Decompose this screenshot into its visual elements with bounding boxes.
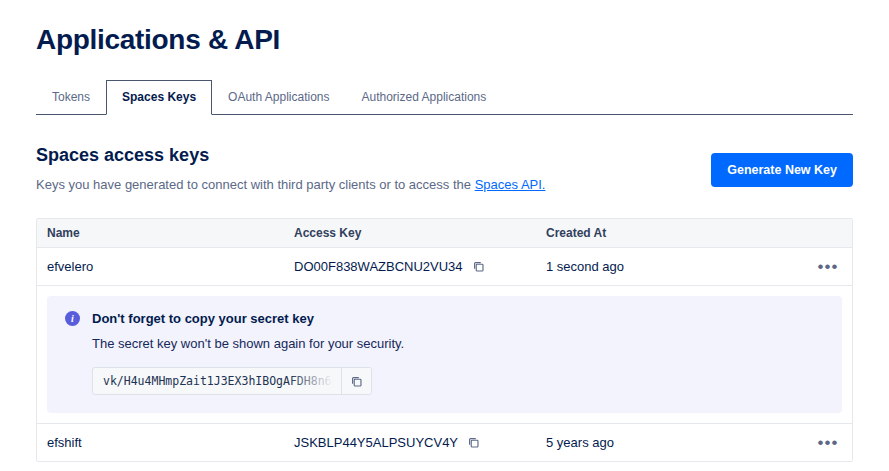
generate-new-key-button[interactable]: Generate New Key — [711, 153, 853, 187]
table-header-actions — [804, 226, 852, 240]
section-description: Keys you have generated to connect with … — [36, 177, 545, 192]
callout-header: i Don't forget to copy your secret key — [65, 311, 824, 326]
copy-access-key-icon[interactable] — [467, 436, 480, 449]
copy-access-key-icon[interactable] — [472, 260, 485, 273]
key-name: efshift — [37, 435, 284, 450]
section-header: Spaces access keys Keys you have generat… — [36, 145, 853, 192]
section-description-text: Keys you have generated to connect with … — [36, 177, 475, 192]
table-header-name: Name — [37, 226, 284, 240]
page-title: Applications & API — [36, 24, 853, 56]
tab-authorized-applications[interactable]: Authorized Applications — [346, 80, 503, 115]
info-icon: i — [65, 311, 80, 326]
table-header-access-key: Access Key — [284, 226, 536, 240]
secret-key-callout-row: i Don't forget to copy your secret key T… — [37, 286, 852, 424]
table-header-created-at: Created At — [536, 226, 804, 240]
table-row: efvelero DO00F838WAZBCNU2VU34 1 second a… — [37, 248, 852, 286]
access-key-cell: JSKBLP44Y5ALPSUYCV4Y — [284, 435, 536, 450]
access-key-value: JSKBLP44Y5ALPSUYCV4Y — [294, 435, 458, 450]
row-more-menu-icon[interactable]: ••• — [804, 438, 852, 448]
table-row: efshift JSKBLP44Y5ALPSUYCV4Y 5 years ago… — [37, 424, 852, 461]
section-header-text: Spaces access keys Keys you have generat… — [36, 145, 545, 192]
secret-key-value: vk/H4u4MHmpZait1J3EX3hIBOgAFDH8n6gTv3H — [93, 368, 341, 394]
tab-oauth-applications[interactable]: OAuth Applications — [212, 80, 345, 115]
spaces-api-link[interactable]: Spaces API. — [475, 177, 546, 192]
created-at-value: 1 second ago — [536, 259, 804, 274]
copy-secret-key-icon[interactable] — [341, 368, 371, 394]
secret-key-callout: i Don't forget to copy your secret key T… — [47, 296, 842, 413]
table-header-row: Name Access Key Created At — [37, 219, 852, 248]
tab-spaces-keys[interactable]: Spaces Keys — [106, 80, 212, 115]
section-title: Spaces access keys — [36, 145, 545, 166]
created-at-value: 5 years ago — [536, 435, 804, 450]
tab-tokens[interactable]: Tokens — [36, 80, 106, 115]
callout-body-text: The secret key won't be shown again for … — [92, 336, 824, 351]
row-more-menu-icon[interactable]: ••• — [804, 262, 852, 272]
secret-key-box: vk/H4u4MHmpZait1J3EX3hIBOgAFDH8n6gTv3H — [92, 367, 372, 395]
tab-bar: Tokens Spaces Keys OAuth Applications Au… — [36, 80, 853, 115]
access-key-value: DO00F838WAZBCNU2VU34 — [294, 259, 463, 274]
spaces-keys-table: Name Access Key Created At efvelero DO00… — [36, 218, 853, 462]
callout-title: Don't forget to copy your secret key — [92, 311, 314, 326]
access-key-cell: DO00F838WAZBCNU2VU34 — [284, 259, 536, 274]
page-container: Applications & API Tokens Spaces Keys OA… — [0, 0, 889, 462]
key-name: efvelero — [37, 259, 284, 274]
